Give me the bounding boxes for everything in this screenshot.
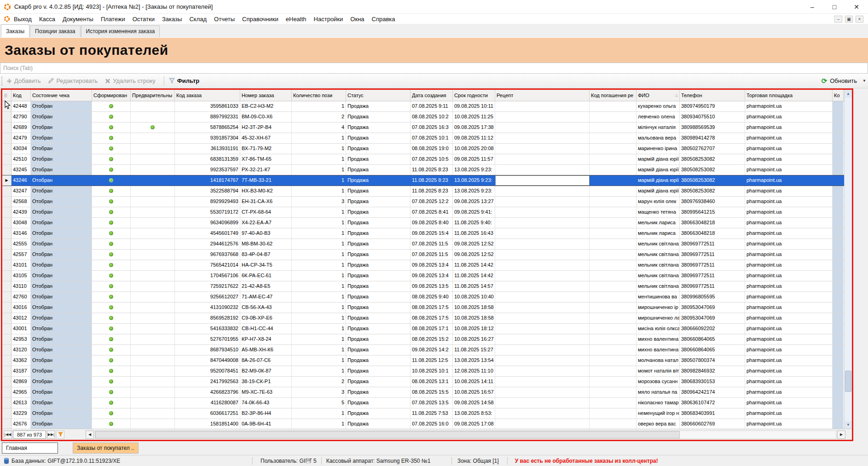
cell-recept[interactable] xyxy=(495,281,590,291)
cell-kolichestvo-pozi[interactable]: 1 xyxy=(292,144,346,154)
cell-kod-zakaza[interactable]: 8687934510 xyxy=(175,345,240,355)
cell-torgovaya-ploshchadka[interactable]: pharmapoint.ua xyxy=(745,144,833,154)
cell-kolichestvo-pozi[interactable]: 2 xyxy=(292,377,346,387)
cell-indicator[interactable] xyxy=(2,324,12,334)
menu-item-платежи[interactable]: Платежи xyxy=(97,16,129,23)
cell-recept[interactable] xyxy=(495,355,590,366)
cell-kod-zakaza[interactable]: 5878865254 xyxy=(175,122,240,133)
cell-data-sozdaniya[interactable]: 07.08.2025 9:11 xyxy=(411,101,453,111)
cell-torgovaya-ploshchadka[interactable]: pharmapoint.ua xyxy=(745,175,833,186)
cell-data-sozdaniya[interactable]: 10.08.2025 10:1 xyxy=(411,366,453,376)
cell-kod-zakaza[interactable]: 8470449008 xyxy=(175,355,240,366)
cell-status[interactable]: Продажа xyxy=(346,260,411,270)
cell-sostoyanie-cheka[interactable]: Отобран xyxy=(31,122,92,133)
cell-srok-godnosti[interactable]: 11.08.2025 14:42 xyxy=(453,271,495,281)
cell-predvaritelny[interactable] xyxy=(131,303,175,313)
cell-ko[interactable] xyxy=(833,239,844,249)
cell-recept[interactable] xyxy=(495,250,590,260)
cell-data-sozdaniya[interactable]: 08.08.2025 10:2 xyxy=(411,112,453,122)
cell-indicator[interactable] xyxy=(2,377,12,387)
table-row[interactable]: 42555Отобран2944612576М8-ВМ-30-621Продаж… xyxy=(2,239,852,250)
cell-data-sozdaniya[interactable]: 09.08.2025 13:4 xyxy=(411,271,453,281)
table-row[interactable]: 42760Отобран925661202771-АМ-ЕС-471Продаж… xyxy=(2,292,852,303)
vertical-scroll-thumb[interactable] xyxy=(845,371,851,392)
cell-kod[interactable]: 43146 xyxy=(12,228,31,239)
cell-indicator[interactable] xyxy=(2,186,12,196)
cell-kod[interactable]: 43012 xyxy=(12,313,31,323)
cell-ko[interactable] xyxy=(833,175,844,186)
cell-kolichestvo-pozi[interactable]: 1 xyxy=(292,292,346,302)
cell-sostoyanie-cheka[interactable]: Отобран xyxy=(31,133,92,143)
cell-indicator[interactable] xyxy=(2,101,12,111)
cell-nomer-zakaza[interactable]: С9-0В-ХР-Е6 xyxy=(240,313,292,323)
cell-torgovaya-ploshchadka[interactable]: pharmapoint.ua xyxy=(745,355,833,366)
cell-data-sozdaniya[interactable]: 08.08.2025 9:40 xyxy=(411,292,453,302)
cell-kolichestvo-pozi[interactable]: 1 xyxy=(292,260,346,270)
column-header-sostoyanie-cheka[interactable]: Состояние чека xyxy=(31,90,92,101)
cell-recept[interactable] xyxy=(495,165,590,175)
cell-srok-godnosti[interactable]: 10.08.2025 11:25 xyxy=(453,112,495,122)
column-header-kod-pogasheniya[interactable]: Код погашения ре xyxy=(590,90,637,101)
cell-kod[interactable]: 43362 xyxy=(12,355,31,366)
cell-status[interactable]: Продажа xyxy=(346,292,411,302)
cell-srok-godnosti[interactable]: 10.08.2025 18:12 xyxy=(453,324,495,334)
cell-status[interactable]: Продажа xyxy=(346,419,411,429)
cell-nomer-zakaza[interactable]: 74-0К-66-43 xyxy=(240,398,292,408)
cell-sformirovan[interactable] xyxy=(92,101,131,111)
cell-data-sozdaniya[interactable]: 11.08.2025 7:53 xyxy=(411,408,453,419)
cell-kod[interactable]: 42965 xyxy=(12,387,31,397)
cell-srok-godnosti[interactable]: 09.08.2025 9:41: xyxy=(453,207,495,217)
cell-recept[interactable] xyxy=(495,133,590,143)
cell-kod[interactable]: 42953 xyxy=(12,334,31,344)
cell-sformirovan[interactable] xyxy=(92,133,131,143)
cell-kolichestvo-pozi[interactable]: 1 xyxy=(292,313,346,323)
cell-telefon[interactable]: 380969772511 xyxy=(680,281,745,291)
cell-data-sozdaniya[interactable]: 09.08.2025 8:40 xyxy=(411,218,453,228)
cell-kod[interactable]: 43110 xyxy=(12,281,31,291)
cell-indicator[interactable] xyxy=(2,292,12,302)
horizontal-scroll-thumb[interactable] xyxy=(95,431,680,438)
cell-nomer-zakaza[interactable]: ВХ-71-79-М2 xyxy=(240,144,292,154)
cell-torgovaya-ploshchadka[interactable]: pharmapoint.ua xyxy=(745,292,833,302)
table-row[interactable]: 42869Отобран241799256338-19-СК-Р12Продаж… xyxy=(2,377,852,387)
cell-torgovaya-ploshchadka[interactable]: pharmapoint.ua xyxy=(745,303,833,313)
table-row[interactable]: 42439Отобран5530719172СТ-РХ-68-641Продаж… xyxy=(2,207,852,218)
cell-torgovaya-ploshchadka[interactable]: pharmapoint.ua xyxy=(745,345,833,355)
cell-sformirovan[interactable] xyxy=(92,186,131,196)
cell-telefon[interactable]: 380969772511 xyxy=(680,271,745,281)
cell-status[interactable]: Продажа xyxy=(346,334,411,344)
table-row[interactable]: 42689Отобран5878865254Н2-3Т-2Р-В44Продаж… xyxy=(2,122,852,133)
menu-item-касса[interactable]: Касса xyxy=(35,16,59,23)
cell-ko[interactable] xyxy=(833,366,844,376)
table-row[interactable]: 42676Отобран15818514000А-9В-6Н-411Продаж… xyxy=(2,419,852,429)
cell-data-sozdaniya[interactable]: 07.08.2025 16:3 xyxy=(411,122,453,133)
cell-srok-godnosti[interactable]: 13.08.2025 9:23: xyxy=(453,165,495,175)
cell-recept[interactable] xyxy=(495,324,590,334)
cell-fio[interactable]: мариненко ірина xyxy=(637,144,680,154)
cell-nomer-zakaza[interactable]: В2-М9-0К-87 xyxy=(240,366,292,376)
cell-sostoyanie-cheka[interactable]: Отобран xyxy=(31,419,92,429)
table-row[interactable]: 43016Отобран4131090232СВ-56-ХА-431Продаж… xyxy=(2,303,852,313)
cell-data-sozdaniya[interactable]: 07.08.2025 12:2 xyxy=(411,197,453,207)
cell-nomer-zakaza[interactable]: 8А-26-07-С6 xyxy=(240,355,292,366)
cell-nomer-zakaza[interactable]: М8-ВМ-30-62 xyxy=(240,239,292,249)
cell-telefon[interactable]: 380508253082 xyxy=(680,165,745,175)
cell-data-sozdaniya[interactable]: 07.08.2025 16:0 xyxy=(411,419,453,429)
cell-sformirovan[interactable] xyxy=(92,112,131,122)
cell-nomer-zakaza[interactable]: 0А-9В-6Н-41 xyxy=(240,419,292,429)
column-header-data-sozdaniya[interactable]: Дата создания xyxy=(411,90,453,101)
cell-kolichestvo-pozi[interactable]: 1 xyxy=(292,419,346,429)
table-row[interactable]: ▶43246Отобран14181747677Т-МВ-33-211Прода… xyxy=(2,175,852,186)
cell-indicator[interactable]: ▶ xyxy=(2,175,12,186)
cell-kod-zakaza[interactable]: 7565421014 xyxy=(175,260,240,270)
table-row[interactable]: 43012Отобран8569528192С9-0В-ХР-Е61Продаж… xyxy=(2,313,852,324)
column-header-kod-zakaza[interactable]: Код заказа xyxy=(175,90,240,101)
cell-fio[interactable]: мельник світлана xyxy=(637,260,680,270)
cell-kod[interactable]: 43034 xyxy=(12,144,31,154)
cell-nomer-zakaza[interactable]: 45-32-ХН-67 xyxy=(240,133,292,143)
cell-ko[interactable] xyxy=(833,334,844,344)
menu-item-остатки[interactable]: Остатки xyxy=(129,16,158,23)
cell-ko[interactable] xyxy=(833,186,844,196)
delete-row-button[interactable]: Удалить строку xyxy=(105,77,156,84)
cell-data-sozdaniya[interactable]: 07.08.2025 10:1 xyxy=(411,133,453,143)
